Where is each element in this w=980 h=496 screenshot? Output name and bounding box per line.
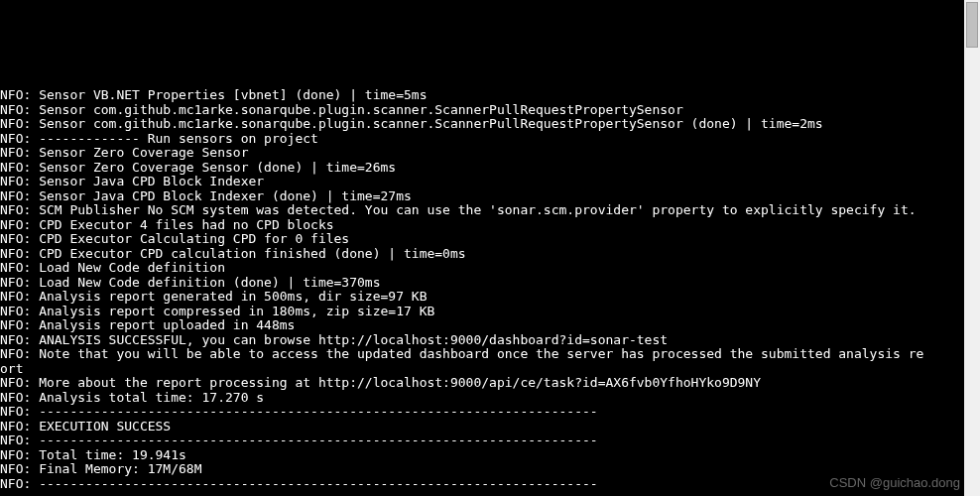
log-line: NFO: ANALYSIS SUCCESSFUL, you can browse… [0, 333, 962, 348]
terminal-output[interactable]: NFO: Sensor VB.NET Properties [vbnet] (d… [0, 58, 962, 496]
log-line: NFO: ------------- Run sensors on projec… [0, 132, 962, 147]
log-line: NFO: Analysis report compressed in 180ms… [0, 305, 962, 319]
log-line: NFO: CPD Executor Calculating CPD for 0 … [0, 232, 962, 247]
log-line: NFO: Load New Code definition [0, 261, 962, 276]
log-line: NFO: SCM Publisher No SCM system was det… [0, 203, 962, 218]
log-line: NFO: Analysis total time: 17.270 s [0, 391, 962, 406]
log-line: NFO: Sensor com.github.mc1arke.sonarqube… [0, 103, 962, 118]
log-line: NFO: Load New Code definition (done) | t… [0, 276, 962, 291]
log-line: NFO: Note that you will be able to acces… [0, 347, 962, 362]
log-line: NFO: Sensor Zero Coverage Sensor (done) … [0, 161, 962, 176]
log-line: NFO: Analysis report uploaded in 448ms [0, 318, 962, 333]
log-line: NFO: Sensor Java CPD Block Indexer [0, 175, 962, 189]
log-line: NFO: -----------------------------------… [0, 477, 962, 492]
log-line: NFO: EXECUTION SUCCESS [0, 420, 962, 434]
log-line: NFO: Sensor Java CPD Block Indexer (done… [0, 189, 962, 204]
watermark: CSDN @guichao.dong [829, 476, 960, 491]
log-line: NFO: CPD Executor CPD calculation finish… [0, 247, 962, 262]
log-line: NFO: Sensor Zero Coverage Sensor [0, 146, 962, 161]
log-line: NFO: More about the report processing at… [0, 376, 962, 391]
log-line: ort [0, 362, 962, 377]
log-line: NFO: Sensor com.github.mc1arke.sonarqube… [0, 117, 962, 132]
log-line: NFO: Sensor VB.NET Properties [vbnet] (d… [0, 88, 962, 103]
log-line: NFO: -----------------------------------… [0, 434, 962, 448]
log-line: NFO: CPD Executor 4 files had no CPD blo… [0, 218, 962, 233]
vertical-scrollbar[interactable] [964, 0, 980, 496]
scrollbar-thumb[interactable] [966, 2, 978, 48]
log-line: NFO: Total time: 19.941s [0, 448, 962, 463]
log-line: NFO: Final Memory: 17M/68M [0, 462, 962, 477]
log-line: NFO: Analysis report generated in 500ms,… [0, 290, 962, 305]
log-line: NFO: -----------------------------------… [0, 405, 962, 420]
